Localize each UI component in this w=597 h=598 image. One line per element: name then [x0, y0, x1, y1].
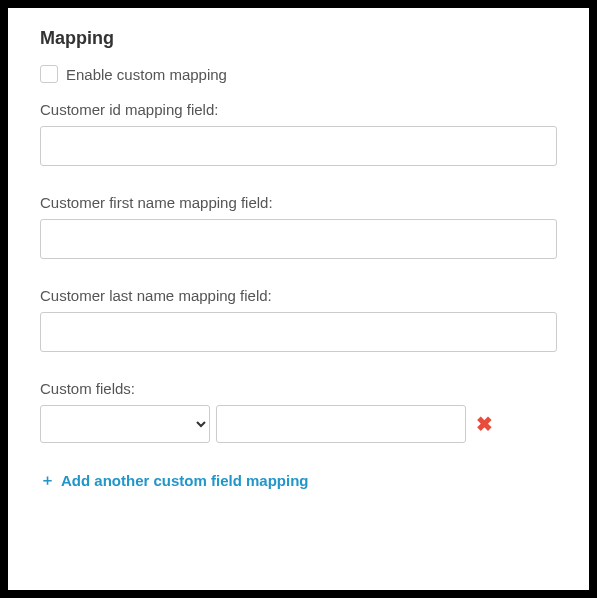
customer-first-name-field-group: Customer first name mapping field: [40, 194, 557, 259]
plus-icon: ＋ [40, 471, 55, 490]
customer-first-name-input[interactable] [40, 219, 557, 259]
add-custom-field-label: Add another custom field mapping [61, 472, 309, 489]
customer-last-name-label: Customer last name mapping field: [40, 287, 557, 304]
custom-fields-group: Custom fields: ✖ [40, 380, 557, 443]
enable-custom-mapping-row: Enable custom mapping [40, 65, 557, 83]
customer-id-label: Customer id mapping field: [40, 101, 557, 118]
enable-custom-mapping-checkbox[interactable] [40, 65, 58, 83]
close-icon: ✖ [476, 414, 493, 434]
customer-last-name-field-group: Customer last name mapping field: [40, 287, 557, 352]
customer-first-name-label: Customer first name mapping field: [40, 194, 557, 211]
enable-custom-mapping-label: Enable custom mapping [66, 66, 227, 83]
remove-custom-field-button[interactable]: ✖ [472, 410, 497, 438]
custom-field-value-input[interactable] [216, 405, 466, 443]
mapping-panel: Mapping Enable custom mapping Customer i… [8, 8, 589, 590]
custom-field-row: ✖ [40, 405, 557, 443]
add-custom-field-button[interactable]: ＋ Add another custom field mapping [40, 471, 309, 490]
customer-id-field-group: Customer id mapping field: [40, 101, 557, 166]
customer-id-input[interactable] [40, 126, 557, 166]
custom-fields-label: Custom fields: [40, 380, 557, 397]
custom-field-select[interactable] [40, 405, 210, 443]
section-title: Mapping [40, 28, 557, 49]
customer-last-name-input[interactable] [40, 312, 557, 352]
